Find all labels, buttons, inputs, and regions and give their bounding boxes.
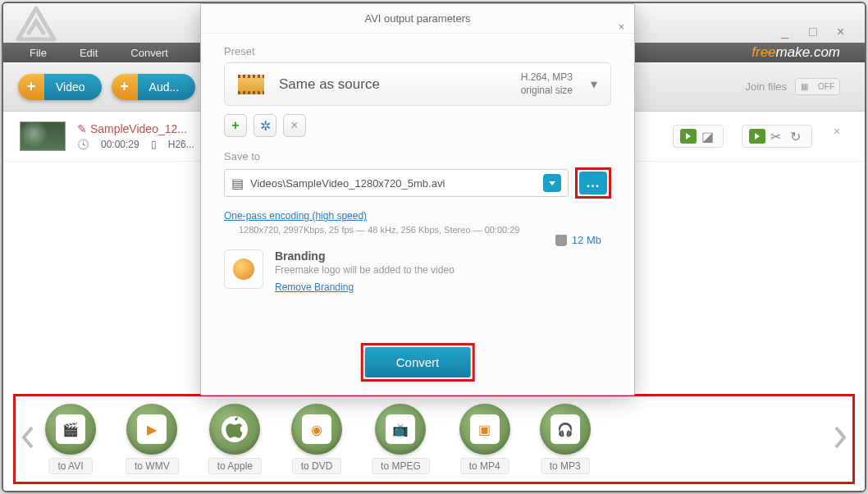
dialog-title: AVI output parameters × [201, 4, 634, 34]
highlight-convert: Convert [361, 343, 475, 382]
brand-link[interactable]: freemake.com [752, 44, 840, 61]
browse-button[interactable]: ... [579, 172, 607, 194]
dialog-close-button[interactable]: × [618, 12, 624, 42]
edit-group: ✂ ↻ [742, 125, 812, 148]
add-audio-button[interactable]: + Aud... [112, 74, 196, 100]
format-mp3[interactable]: 🎧to MP3 [540, 404, 591, 474]
preset-selector[interactable]: Same as source H.264, MP3original size ▾ [224, 62, 611, 106]
join-label: Join files [745, 80, 787, 93]
headphones-icon: 🎧 [550, 414, 580, 444]
save-path-field[interactable]: ▤ [224, 169, 569, 197]
video-duration: 00:00:29 [101, 139, 139, 150]
menu-convert[interactable]: Convert [130, 47, 168, 59]
strip-prev-button[interactable] [21, 426, 35, 452]
film-icon: ▯ [151, 139, 157, 150]
clock-icon: 🕓 [77, 139, 89, 150]
save-path-input[interactable] [250, 177, 537, 190]
maximize-button[interactable]: □ [809, 25, 822, 38]
join-switch[interactable]: ▦ OFF [795, 78, 840, 95]
drive-icon [555, 235, 567, 246]
join-state: OFF [813, 79, 839, 94]
video-title: SampleVideo_12... [90, 122, 187, 135]
format-wmv[interactable]: ▶to WMV [126, 404, 179, 474]
encoding-link[interactable]: One-pass encoding (high speed) [224, 210, 367, 222]
strip-next-button[interactable] [833, 426, 847, 452]
format-mp4[interactable]: ▣to MP4 [459, 404, 510, 474]
adjust-icon[interactable]: ◪ [701, 129, 716, 144]
disc-icon: ◉ [302, 414, 331, 444]
video-info: ✎ SampleVideo_12... 🕓00:00:29 ▯H26... [77, 122, 194, 150]
add-video-button[interactable]: + Video [18, 74, 102, 100]
format-avi[interactable]: 🎬to AVI [45, 404, 96, 474]
format-mpeg[interactable]: 📺to MPEG [372, 404, 430, 474]
size-estimate: 12 Mb [555, 234, 601, 246]
path-dropdown-button[interactable] [543, 174, 561, 192]
format-apple[interactable]: to Apple [208, 404, 262, 474]
preset-detail: H.264, MP3original size [521, 71, 573, 97]
save-section-label: Save to [224, 150, 611, 162]
branding-desc: Freemake logo will be added to the video [275, 264, 455, 276]
tv-icon: 📺 [386, 414, 415, 444]
branding-title: Branding [275, 249, 455, 263]
play-button[interactable] [749, 129, 765, 144]
app-window: _ □ × File Edit Convert freemake.com + V… [2, 2, 866, 492]
menu-edit[interactable]: Edit [80, 47, 98, 59]
rotate-icon[interactable]: ↻ [790, 129, 805, 144]
clapper-icon: 🎬 [56, 414, 85, 444]
add-preset-button[interactable]: + [224, 114, 247, 137]
play-button[interactable] [680, 129, 697, 144]
convert-button[interactable]: Convert [365, 347, 471, 377]
minimize-button[interactable]: _ [781, 25, 794, 38]
grid-icon: ▦ [796, 79, 813, 94]
device-icon: ▣ [470, 414, 500, 444]
tab-label: Video [44, 74, 102, 100]
branding-section: Branding Freemake logo will be added to … [224, 249, 611, 294]
film-icon [238, 75, 264, 94]
tab-label: Aud... [138, 74, 196, 100]
plus-icon: + [112, 74, 138, 100]
remove-branding-link[interactable]: Remove Branding [275, 281, 354, 293]
output-dialog: AVI output parameters × Preset Same as s… [200, 3, 635, 396]
video-codec: H26... [168, 139, 194, 150]
menu-file[interactable]: File [30, 47, 47, 59]
close-window-button[interactable]: × [837, 25, 850, 38]
disk-icon: ▤ [231, 176, 244, 191]
highlight-browse: ... [575, 167, 611, 199]
preset-name: Same as source [279, 76, 506, 93]
format-strip: 🎬to AVI ▶to WMV to Apple ◉to DVD 📺to MPE… [13, 394, 855, 484]
pencil-icon: ✎ [77, 122, 87, 135]
remove-row-button[interactable]: × [834, 125, 840, 148]
plus-icon: + [18, 74, 44, 100]
branding-icon [224, 249, 263, 289]
join-files-toggle[interactable]: Join files ▦ OFF [745, 78, 840, 95]
video-thumbnail [20, 121, 66, 151]
format-dvd[interactable]: ◉to DVD [291, 404, 342, 474]
apple-icon [222, 416, 248, 442]
settings-preset-button[interactable]: ✲ [254, 114, 276, 137]
delete-preset-button[interactable]: × [283, 114, 306, 137]
preview-group: ◪ [673, 125, 724, 148]
play-icon: ▶ [137, 414, 167, 444]
chevron-down-icon: ▾ [591, 76, 597, 92]
preset-section-label: Preset [224, 45, 611, 57]
scissors-icon[interactable]: ✂ [770, 129, 785, 144]
